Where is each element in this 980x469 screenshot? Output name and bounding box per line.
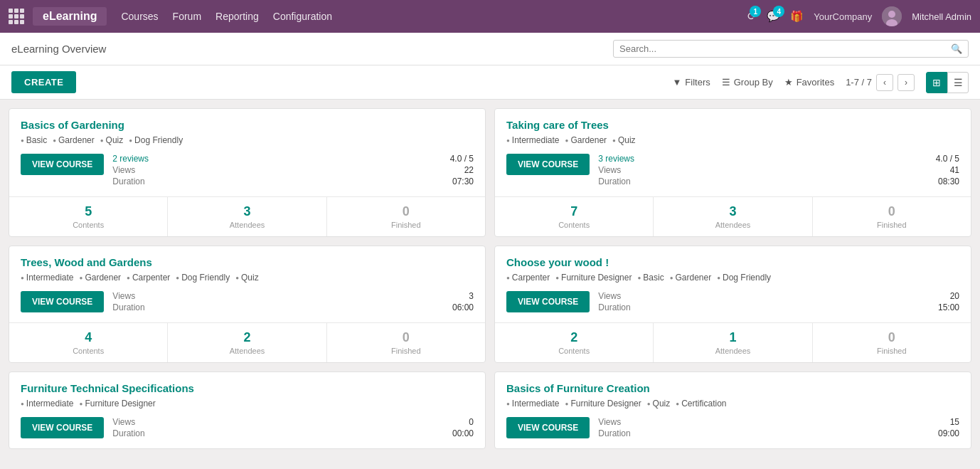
duration-value: 07:30 [452,176,474,186]
course-card: Basics of Furniture Creation Intermediat… [494,371,971,449]
course-tags: IntermediateFurniture DesignerQuizCertif… [506,399,959,409]
pagination-prev[interactable]: ‹ [876,74,893,91]
view-course-button[interactable]: VIEW COURSE [21,154,104,175]
views-value: 3 [469,291,474,301]
finished-metric: 0 Finished [327,197,485,236]
course-title[interactable]: Choose your wood ! [506,256,959,268]
views-label: Views [598,291,621,301]
gift-icon-button[interactable]: 🎁 [790,10,804,23]
star-icon: ★ [784,77,793,88]
group-by-button[interactable]: ☰ Group By [722,77,773,88]
course-tag: Quiz [647,399,671,409]
attendees-label: Attendees [174,347,320,355]
course-tag: Furniture Designer [80,399,156,409]
chat-icon-button[interactable]: 💬 4 [767,10,780,23]
brand-logo[interactable]: eLearning [33,7,107,26]
course-tag: Dog Friendly [717,273,771,283]
nav-courses[interactable]: Courses [121,11,158,22]
finished-label: Finished [333,221,479,229]
card-footer: 5 Contents 3 Attendees 0 Finished [9,196,485,236]
course-tag: Intermediate [21,273,74,283]
refresh-icon-button[interactable]: ⟳ 1 [747,10,757,23]
finished-value: 0 [333,204,479,219]
views-label: Views [112,165,135,175]
stat-row-views: Views 22 [112,165,474,175]
attendees-metric: 3 Attendees [168,197,326,236]
contents-metric: 7 Contents [495,197,654,236]
card-body: Trees, Wood and Gardens IntermediateGard… [9,246,485,322]
top-navigation: eLearning Courses Forum Reporting Config… [0,0,980,33]
company-name[interactable]: YourCompany [814,11,872,22]
course-tag: Intermediate [21,399,74,409]
course-tag: Quiz [612,135,636,145]
stat-row-duration: Duration 06:00 [112,302,474,312]
duration-value: 08:30 [938,176,959,186]
search-bar: 🔍 [613,40,969,58]
nav-links: Courses Forum Reporting Configuration [121,11,747,22]
contents-metric: 4 Contents [9,323,168,362]
stat-row-views: Views 0 [112,417,474,427]
course-tag: Carpenter [127,273,170,283]
finished-value: 0 [819,330,965,345]
view-course-button[interactable]: VIEW COURSE [21,417,104,438]
views-value: 41 [950,165,959,175]
view-course-button[interactable]: VIEW COURSE [506,417,590,438]
view-course-button[interactable]: VIEW COURSE [21,291,104,312]
favorites-button[interactable]: ★ Favorites [784,77,834,88]
filters-button[interactable]: ▼ Filters [672,77,710,88]
nav-reporting[interactable]: Reporting [215,11,259,22]
course-title[interactable]: Basics of Furniture Creation [506,382,959,394]
card-stats: Views 3 Duration 06:00 [112,291,474,312]
view-course-button[interactable]: VIEW COURSE [506,291,590,312]
stat-row-duration: Duration 00:00 [112,428,474,438]
attendees-value: 2 [174,330,320,345]
duration-value: 06:00 [452,302,474,312]
card-body: Basics of Gardening BasicGardenerQuizDog… [9,109,485,196]
favorites-label: Favorites [797,77,834,88]
course-tag: Intermediate [506,399,560,409]
duration-value: 15:00 [938,302,959,312]
search-input[interactable] [619,43,951,54]
duration-value: 09:00 [938,428,959,438]
course-tag: Quiz [235,273,259,283]
course-tags: IntermediateGardenerQuiz [506,135,959,145]
app-switcher-icon[interactable] [9,9,24,24]
main-content: Basics of Gardening BasicGardenerQuizDog… [0,100,980,469]
toolbar: CREATE ▼ Filters ☰ Group By ★ Favorites … [0,65,980,100]
course-title[interactable]: Furniture Technical Specifications [21,382,474,394]
finished-label: Finished [333,347,479,355]
card-body: Taking care of Trees IntermediateGardene… [495,109,971,196]
reviews-link[interactable]: 3 reviews [598,154,634,164]
card-stats: 2 reviews 4.0 / 5 Views 22 Duration 07:3… [112,154,474,186]
contents-label: Contents [15,347,161,355]
views-label: Views [112,291,135,301]
contents-label: Contents [501,221,647,229]
filter-icon: ▼ [672,77,681,88]
course-title[interactable]: Basics of Gardening [21,119,474,131]
course-card: Basics of Gardening BasicGardenerQuizDog… [9,108,486,237]
finished-metric: 0 Finished [813,197,971,236]
course-tag: Gardener [670,273,712,283]
filters-label: Filters [685,77,710,88]
list-view-button[interactable]: ☰ [947,72,969,93]
user-name[interactable]: Mitchell Admin [912,11,971,22]
stat-row-duration: Duration 09:00 [598,428,959,438]
create-button[interactable]: CREATE [11,71,76,93]
pagination-next[interactable]: › [898,74,915,91]
rating-value: 4.0 / 5 [936,154,959,164]
nav-forum[interactable]: Forum [173,11,201,22]
view-toggle: ⊞ ☰ [926,72,969,93]
views-label: Views [598,417,621,427]
reviews-link[interactable]: 2 reviews [112,154,149,164]
card-footer: 4 Contents 2 Attendees 0 Finished [9,322,485,362]
stat-row-views: Views 15 [598,417,959,427]
kanban-view-button[interactable]: ⊞ [926,72,947,93]
course-title[interactable]: Trees, Wood and Gardens [21,256,474,268]
card-stats: Views 15 Duration 09:00 [598,417,959,438]
search-icon[interactable]: 🔍 [951,43,962,54]
view-course-button[interactable]: VIEW COURSE [506,154,590,175]
course-title[interactable]: Taking care of Trees [506,119,959,131]
user-avatar[interactable] [882,6,902,26]
contents-label: Contents [15,221,161,229]
nav-configuration[interactable]: Configuration [273,11,332,22]
